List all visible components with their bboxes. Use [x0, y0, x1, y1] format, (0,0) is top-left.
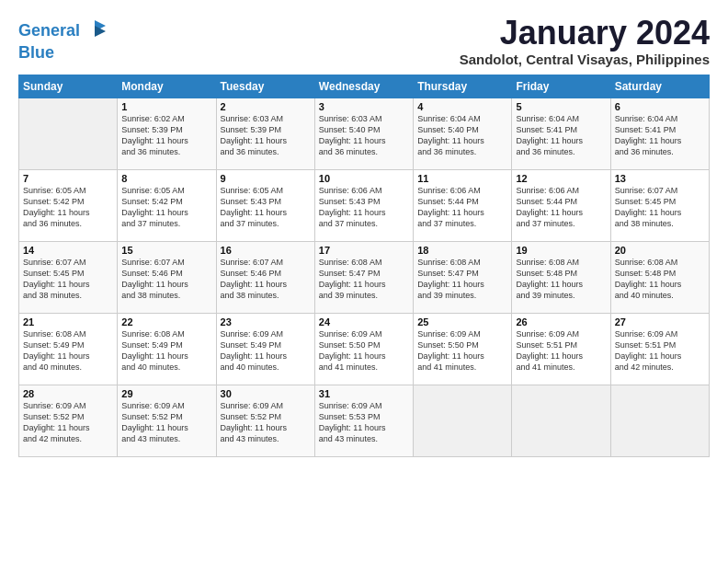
calendar-cell: 8Sunrise: 6:05 AM Sunset: 5:42 PM Daylig…: [118, 169, 216, 241]
day-info: Sunrise: 6:07 AM Sunset: 5:46 PM Dayligh…: [221, 257, 311, 302]
calendar-cell: [414, 385, 512, 456]
weekday-header-thursday: Thursday: [414, 75, 512, 98]
calendar-week-5: 28Sunrise: 6:09 AM Sunset: 5:52 PM Dayli…: [19, 385, 710, 456]
day-info: Sunrise: 6:09 AM Sunset: 5:53 PM Dayligh…: [319, 400, 409, 445]
day-number: 20: [615, 245, 705, 256]
calendar-cell: 20Sunrise: 6:08 AM Sunset: 5:48 PM Dayli…: [610, 241, 709, 313]
weekday-header-wednesday: Wednesday: [314, 75, 413, 98]
calendar-week-4: 21Sunrise: 6:08 AM Sunset: 5:49 PM Dayli…: [19, 313, 710, 385]
day-number: 5: [516, 101, 606, 112]
day-info: Sunrise: 6:09 AM Sunset: 5:49 PM Dayligh…: [221, 328, 311, 373]
title-block: January 2024 Sandolot, Central Visayas, …: [460, 15, 710, 67]
calendar-cell: 10Sunrise: 6:06 AM Sunset: 5:43 PM Dayli…: [314, 169, 413, 241]
calendar-cell: 28Sunrise: 6:09 AM Sunset: 5:52 PM Dayli…: [19, 385, 118, 456]
day-info: Sunrise: 6:08 AM Sunset: 5:47 PM Dayligh…: [319, 257, 409, 302]
calendar-cell: 19Sunrise: 6:08 AM Sunset: 5:48 PM Dayli…: [512, 241, 610, 313]
header-row: SundayMondayTuesdayWednesdayThursdayFrid…: [19, 75, 710, 98]
weekday-header-sunday: Sunday: [19, 75, 118, 98]
day-number: 30: [221, 388, 311, 399]
calendar-cell: 23Sunrise: 6:09 AM Sunset: 5:49 PM Dayli…: [216, 313, 314, 385]
day-info: Sunrise: 6:04 AM Sunset: 5:41 PM Dayligh…: [615, 113, 705, 158]
day-number: 2: [221, 101, 311, 112]
day-number: 1: [121, 101, 211, 112]
day-info: Sunrise: 6:07 AM Sunset: 5:45 PM Dayligh…: [23, 257, 113, 302]
calendar-cell: 17Sunrise: 6:08 AM Sunset: 5:47 PM Dayli…: [314, 241, 413, 313]
calendar-cell: 27Sunrise: 6:09 AM Sunset: 5:51 PM Dayli…: [610, 313, 709, 385]
calendar-cell: 3Sunrise: 6:03 AM Sunset: 5:40 PM Daylig…: [314, 98, 413, 169]
day-number: 31: [319, 388, 409, 399]
calendar-cell: 22Sunrise: 6:08 AM Sunset: 5:49 PM Dayli…: [118, 313, 216, 385]
calendar-cell: 6Sunrise: 6:04 AM Sunset: 5:41 PM Daylig…: [610, 98, 709, 169]
day-info: Sunrise: 6:06 AM Sunset: 5:44 PM Dayligh…: [516, 185, 606, 230]
day-number: 11: [417, 173, 507, 184]
calendar-cell: 25Sunrise: 6:09 AM Sunset: 5:50 PM Dayli…: [414, 313, 512, 385]
day-info: Sunrise: 6:09 AM Sunset: 5:52 PM Dayligh…: [221, 400, 311, 445]
calendar-cell: 18Sunrise: 6:08 AM Sunset: 5:47 PM Dayli…: [414, 241, 512, 313]
calendar-title: January 2024: [460, 15, 710, 52]
day-number: 10: [319, 173, 409, 184]
day-number: 29: [121, 388, 211, 399]
calendar-cell: 21Sunrise: 6:08 AM Sunset: 5:49 PM Dayli…: [19, 313, 118, 385]
day-number: 4: [417, 101, 507, 112]
day-number: 17: [319, 245, 409, 256]
day-info: Sunrise: 6:03 AM Sunset: 5:40 PM Dayligh…: [319, 113, 409, 158]
logo-blue-text: Blue: [18, 44, 108, 63]
calendar-cell: 15Sunrise: 6:07 AM Sunset: 5:46 PM Dayli…: [118, 241, 216, 313]
calendar-cell: [19, 98, 118, 169]
day-info: Sunrise: 6:09 AM Sunset: 5:52 PM Dayligh…: [121, 400, 211, 445]
day-number: 13: [615, 173, 705, 184]
logo-icon: [82, 18, 108, 44]
calendar-cell: [512, 385, 610, 456]
weekday-header-saturday: Saturday: [610, 75, 709, 98]
calendar-cell: 24Sunrise: 6:09 AM Sunset: 5:50 PM Dayli…: [314, 313, 413, 385]
day-number: 26: [516, 316, 606, 327]
calendar-cell: 12Sunrise: 6:06 AM Sunset: 5:44 PM Dayli…: [512, 169, 610, 241]
calendar-cell: 5Sunrise: 6:04 AM Sunset: 5:41 PM Daylig…: [512, 98, 610, 169]
calendar-table: SundayMondayTuesdayWednesdayThursdayFrid…: [18, 75, 710, 457]
day-info: Sunrise: 6:05 AM Sunset: 5:43 PM Dayligh…: [221, 185, 311, 230]
calendar-cell: 1Sunrise: 6:02 AM Sunset: 5:39 PM Daylig…: [118, 98, 216, 169]
day-info: Sunrise: 6:09 AM Sunset: 5:50 PM Dayligh…: [417, 328, 507, 373]
calendar-header: SundayMondayTuesdayWednesdayThursdayFrid…: [19, 75, 710, 98]
day-number: 22: [121, 316, 211, 327]
day-number: 3: [319, 101, 409, 112]
calendar-cell: 11Sunrise: 6:06 AM Sunset: 5:44 PM Dayli…: [414, 169, 512, 241]
day-number: 25: [417, 316, 507, 327]
calendar-cell: 26Sunrise: 6:09 AM Sunset: 5:51 PM Dayli…: [512, 313, 610, 385]
day-info: Sunrise: 6:09 AM Sunset: 5:51 PM Dayligh…: [516, 328, 606, 373]
day-info: Sunrise: 6:07 AM Sunset: 5:45 PM Dayligh…: [615, 185, 705, 230]
weekday-header-monday: Monday: [118, 75, 216, 98]
calendar-cell: 4Sunrise: 6:04 AM Sunset: 5:40 PM Daylig…: [414, 98, 512, 169]
logo: General Blue: [18, 18, 108, 63]
day-info: Sunrise: 6:05 AM Sunset: 5:42 PM Dayligh…: [23, 185, 113, 230]
calendar-cell: 14Sunrise: 6:07 AM Sunset: 5:45 PM Dayli…: [19, 241, 118, 313]
calendar-cell: 13Sunrise: 6:07 AM Sunset: 5:45 PM Dayli…: [610, 169, 709, 241]
day-info: Sunrise: 6:08 AM Sunset: 5:49 PM Dayligh…: [121, 328, 211, 373]
calendar-cell: 9Sunrise: 6:05 AM Sunset: 5:43 PM Daylig…: [216, 169, 314, 241]
day-info: Sunrise: 6:03 AM Sunset: 5:39 PM Dayligh…: [221, 113, 311, 158]
day-info: Sunrise: 6:08 AM Sunset: 5:48 PM Dayligh…: [615, 257, 705, 302]
day-info: Sunrise: 6:06 AM Sunset: 5:43 PM Dayligh…: [319, 185, 409, 230]
day-number: 28: [23, 388, 113, 399]
day-number: 8: [121, 173, 211, 184]
calendar-cell: 2Sunrise: 6:03 AM Sunset: 5:39 PM Daylig…: [216, 98, 314, 169]
weekday-header-friday: Friday: [512, 75, 610, 98]
calendar-cell: 29Sunrise: 6:09 AM Sunset: 5:52 PM Dayli…: [118, 385, 216, 456]
day-info: Sunrise: 6:08 AM Sunset: 5:49 PM Dayligh…: [23, 328, 113, 373]
day-info: Sunrise: 6:09 AM Sunset: 5:50 PM Dayligh…: [319, 328, 409, 373]
day-info: Sunrise: 6:07 AM Sunset: 5:46 PM Dayligh…: [121, 257, 211, 302]
calendar-week-2: 7Sunrise: 6:05 AM Sunset: 5:42 PM Daylig…: [19, 169, 710, 241]
day-number: 6: [615, 101, 705, 112]
day-number: 9: [221, 173, 311, 184]
calendar-cell: 16Sunrise: 6:07 AM Sunset: 5:46 PM Dayli…: [216, 241, 314, 313]
logo-text: General: [18, 22, 80, 40]
day-info: Sunrise: 6:06 AM Sunset: 5:44 PM Dayligh…: [417, 185, 507, 230]
day-info: Sunrise: 6:04 AM Sunset: 5:41 PM Dayligh…: [516, 113, 606, 158]
day-number: 27: [615, 316, 705, 327]
calendar-cell: [610, 385, 709, 456]
day-number: 18: [417, 245, 507, 256]
calendar-cell: 30Sunrise: 6:09 AM Sunset: 5:52 PM Dayli…: [216, 385, 314, 456]
calendar-week-1: 1Sunrise: 6:02 AM Sunset: 5:39 PM Daylig…: [19, 98, 710, 169]
day-info: Sunrise: 6:08 AM Sunset: 5:47 PM Dayligh…: [417, 257, 507, 302]
day-info: Sunrise: 6:09 AM Sunset: 5:51 PM Dayligh…: [615, 328, 705, 373]
